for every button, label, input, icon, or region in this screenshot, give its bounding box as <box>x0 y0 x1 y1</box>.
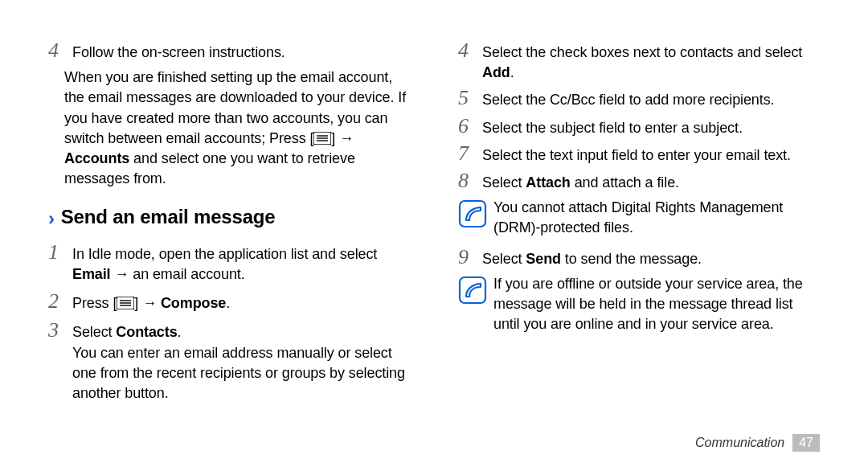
attach-label: Attach <box>526 174 570 190</box>
step-row: 4 Select the check boxes next to contact… <box>458 40 820 83</box>
footer-page-number: 47 <box>792 434 820 452</box>
left-column: 4 Follow the on-screen instructions. Whe… <box>48 40 410 439</box>
step-row: 4 Follow the on-screen instructions. <box>48 40 410 63</box>
step-text: Select the Cc/Bcc field to add more reci… <box>482 92 774 108</box>
right-column: 4 Select the check boxes next to contact… <box>458 40 820 439</box>
step-text: Select <box>482 174 526 190</box>
manual-page: 4 Follow the on-screen instructions. Whe… <box>0 0 868 471</box>
step-text: ] → <box>134 295 161 311</box>
step-row: 9 Select Send to send the message. <box>458 247 820 269</box>
footer-section: Communication <box>695 436 784 450</box>
accounts-label: Accounts <box>64 150 129 166</box>
step-text: Follow the on-screen instructions. <box>72 44 285 60</box>
note-body: If you are offline or outside your servi… <box>493 274 820 335</box>
menu-icon <box>313 132 331 145</box>
step-text: → an email account. <box>111 266 245 282</box>
step-row: 7 Select the text input field to enter y… <box>458 143 820 166</box>
step-body: Select Attach and attach a file. <box>482 173 820 193</box>
step-row: 6 Select the subject field to enter a su… <box>458 116 820 138</box>
step-body: Select Contacts. You can enter an email … <box>72 322 410 403</box>
page-footer: Communication 47 <box>695 434 820 452</box>
step-number: 4 <box>48 40 72 61</box>
step-number: 1 <box>48 242 72 263</box>
para-part: When you are finished setting up the ema… <box>64 69 406 146</box>
menu-icon <box>117 297 134 309</box>
note-icon <box>458 276 487 305</box>
step-text: Select the check boxes next to contacts … <box>482 44 802 60</box>
step-body: Select the text input field to enter you… <box>482 145 820 166</box>
section-heading: ›Send an email message <box>48 203 410 232</box>
contacts-label: Contacts <box>116 324 177 340</box>
compose-label: Compose <box>161 295 226 311</box>
step-text: Select <box>482 251 526 267</box>
step-body: Follow the on-screen instructions. <box>72 43 410 63</box>
step-row: 5 Select the Cc/Bcc field to add more re… <box>458 88 820 110</box>
step-body: Select the subject field to enter a subj… <box>482 118 820 138</box>
step-number: 3 <box>48 320 72 341</box>
step-text: In Idle mode, open the application list … <box>72 246 377 262</box>
email-label: Email <box>72 266 111 282</box>
step-row: 8 Select Attach and attach a file. <box>458 170 820 193</box>
note-icon <box>458 199 487 228</box>
add-label: Add <box>482 64 510 80</box>
step-body: Select Send to send the message. <box>482 249 820 269</box>
step-number: 9 <box>458 247 482 268</box>
account-info-para: When you are finished setting up the ema… <box>64 68 410 189</box>
step-text: Select the text input field to enter you… <box>482 147 791 163</box>
step-row: 3 Select Contacts. You can enter an emai… <box>48 320 410 403</box>
step-number: 6 <box>458 116 482 137</box>
content-columns: 4 Follow the on-screen instructions. Whe… <box>48 40 820 439</box>
step-number: 4 <box>458 40 482 61</box>
step-text: Select <box>72 324 116 340</box>
step-row: 2 Press [] → Compose. <box>48 291 410 313</box>
step-text: . <box>178 324 182 340</box>
step-subtext: You can enter an email address manually … <box>72 343 410 404</box>
step-number: 5 <box>458 88 482 109</box>
note-body: You cannot attach Digital Rights Managem… <box>493 198 820 238</box>
step-text: . <box>226 295 230 311</box>
send-label: Send <box>526 251 561 267</box>
chevron-icon: › <box>48 207 55 229</box>
para-part: ] → <box>331 130 354 146</box>
step-body: Select the Cc/Bcc field to add more reci… <box>482 90 820 110</box>
step-number: 7 <box>458 143 482 164</box>
step-text: . <box>510 64 514 80</box>
step-number: 2 <box>48 291 72 312</box>
step-text: to send the message. <box>561 251 702 267</box>
step-row: 1 In Idle mode, open the application lis… <box>48 242 410 285</box>
step-body: In Idle mode, open the application list … <box>72 244 410 285</box>
step-text: and attach a file. <box>571 174 679 190</box>
heading-text: Send an email message <box>61 206 276 227</box>
step-text: Select the subject field to enter a subj… <box>482 120 743 136</box>
step-body: Press [] → Compose. <box>72 293 410 313</box>
step-number: 8 <box>458 170 482 191</box>
note-row: You cannot attach Digital Rights Managem… <box>458 198 820 238</box>
step-body: Select the check boxes next to contacts … <box>482 43 820 83</box>
note-row: If you are offline or outside your servi… <box>458 274 820 335</box>
step-text: Press [ <box>72 295 117 311</box>
